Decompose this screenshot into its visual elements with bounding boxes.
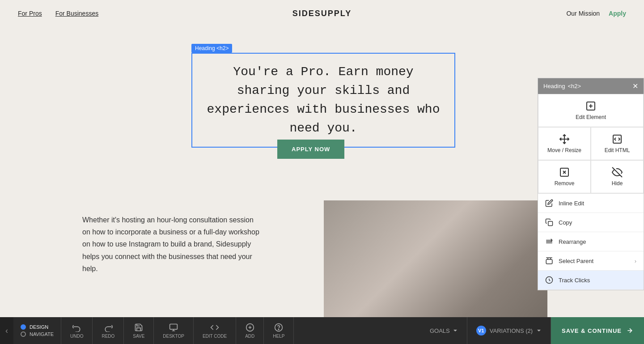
inline-edit-icon [545,199,553,207]
move-resize-button[interactable]: Move / Resize [538,127,591,160]
goals-chevron-icon [453,328,458,333]
edit-element-label: Edit Element [576,114,606,120]
desktop-button[interactable]: DESKTOP [154,317,194,344]
goals-label: GOALS [430,327,450,334]
remove-label: Remove [555,180,575,187]
undo-icon [72,323,81,332]
nav-right: Our Mission Apply [566,10,626,17]
redo-label: REDO [102,334,114,339]
edit-html-label: Edit HTML [605,147,630,153]
redo-icon [104,323,113,332]
brand-logo: SIDESUPPLY [292,9,352,18]
heading-element[interactable]: You're a Pro. Earn money sharing your sk… [191,53,455,148]
panel-heading-tag: <h2> [568,83,581,89]
heading-type-label: Heading <h2> [191,44,232,53]
navigate-mode-option[interactable]: NAVIGATE [21,331,54,337]
top-nav: For Pros For Businesses SIDESUPPLY Our M… [0,0,644,27]
main-content: Heading <h2> You're a Pro. Earn money sh… [0,27,644,317]
edit-element-icon [585,101,596,111]
move-resize-label: Move / Resize [547,147,581,153]
toolbar-right: GOALS V1 VARIATIONS (2) SAVE & CONTINUE [421,317,644,344]
save-label: SAVE [133,334,144,339]
hero-image [324,200,547,317]
design-radio [21,324,26,330]
move-resize-icon [559,134,570,144]
nav-apply[interactable]: Apply [609,10,626,17]
remove-button[interactable]: Remove [538,160,591,193]
panel-grid: Move / Resize Edit HTML Remove [538,127,644,194]
v-badge: V1 [476,326,486,336]
select-parent-icon [545,257,553,265]
help-button[interactable]: HELP [264,317,294,344]
desktop-label: DESKTOP [163,334,184,339]
hide-label: Hide [612,180,623,187]
variations-chevron-icon [536,328,542,333]
copy-icon [545,218,553,226]
edit-element-button[interactable]: Edit Element [538,94,644,127]
hero-image-inner [324,200,547,317]
nav-our-mission: Our Mission [566,10,600,17]
copy-button[interactable]: Copy [538,213,644,232]
navigate-mode-label: NAVIGATE [30,331,54,337]
rearrange-label: Rearrange [559,238,586,245]
nav-for-businesses[interactable]: For Businesses [55,10,98,17]
save-continue-label: SAVE & CONTINUE [562,327,622,334]
add-label: ADD [245,334,254,339]
save-icon [134,323,143,332]
panel-title: Heading <h2> [543,83,581,89]
add-button[interactable]: ADD [236,317,264,344]
track-clicks-button[interactable]: Track Clicks [538,271,644,290]
variations-label: VARIATIONS (2) [490,327,533,334]
body-text: Whether it's hosting an hour-long consul… [82,214,261,275]
heading-text: You're a Pro. Earn money sharing your sk… [206,63,441,138]
goals-button[interactable]: GOALS [421,317,467,344]
design-mode-option[interactable]: DESIGN [21,324,54,330]
save-continue-button[interactable]: SAVE & CONTINUE [551,317,644,344]
rearrange-icon [545,238,553,246]
track-clicks-label: Track Clicks [559,277,590,284]
context-panel: Heading <h2> ✕ Edit Element Move / Resiz… [538,78,644,290]
panel-header: Heading <h2> ✕ [538,78,644,94]
rearrange-button[interactable]: Rearrange [538,232,644,251]
bottom-toolbar: ‹ DESIGN NAVIGATE UNDO REDO [0,317,644,344]
edit-html-button[interactable]: Edit HTML [591,127,644,160]
undo-label: UNDO [70,334,83,339]
edit-code-icon [210,323,219,332]
svg-rect-6 [170,324,178,329]
desktop-icon [169,323,178,332]
edit-code-label: EDIT CODE [203,334,227,339]
edit-code-button[interactable]: EDIT CODE [194,317,236,344]
hide-icon [612,167,623,178]
copy-label: Copy [559,219,572,226]
select-parent-button[interactable]: Select Parent › [538,251,644,271]
collapse-nav-button[interactable]: ‹ [0,317,13,344]
select-parent-arrow: › [635,258,636,264]
mode-selector: DESIGN NAVIGATE [13,317,61,344]
save-continue-arrow-icon [626,327,633,334]
help-icon [274,323,283,332]
toolbar-actions: UNDO REDO SAVE DESKTOP [61,317,294,344]
redo-button[interactable]: REDO [93,317,124,344]
inline-edit-button[interactable]: Inline Edit [538,194,644,213]
navigate-radio [21,331,26,337]
edit-html-icon [612,134,623,144]
variations-button[interactable]: V1 VARIATIONS (2) [467,317,551,344]
inline-edit-label: Inline Edit [559,200,584,207]
remove-icon [559,167,570,178]
svg-rect-3 [548,221,553,226]
nav-for-pros[interactable]: For Pros [18,10,42,17]
apply-now-button[interactable]: APPLY NOW [277,140,344,159]
nav-left: For Pros For Businesses [18,10,98,17]
add-icon [246,323,254,332]
track-clicks-icon [545,276,553,284]
panel-heading-label: Heading [543,83,565,89]
design-mode-label: DESIGN [30,324,48,330]
svg-point-9 [279,329,280,330]
save-button[interactable]: SAVE [124,317,154,344]
panel-close-button[interactable]: ✕ [632,82,638,90]
svg-rect-4 [546,259,552,264]
undo-button[interactable]: UNDO [61,317,93,344]
select-parent-label: Select Parent [559,258,593,264]
help-label: HELP [273,334,284,339]
hide-button[interactable]: Hide [591,160,644,193]
